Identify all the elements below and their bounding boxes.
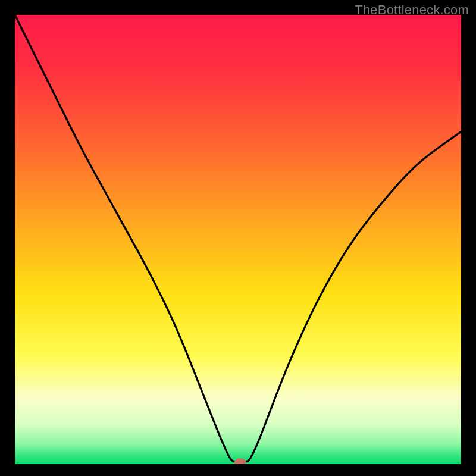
- watermark-text: TheBottleneck.com: [355, 2, 469, 18]
- gradient-background: [15, 15, 461, 464]
- chart-svg: [15, 15, 461, 464]
- bottleneck-chart: [15, 15, 461, 464]
- chart-frame: TheBottleneck.com: [0, 0, 476, 476]
